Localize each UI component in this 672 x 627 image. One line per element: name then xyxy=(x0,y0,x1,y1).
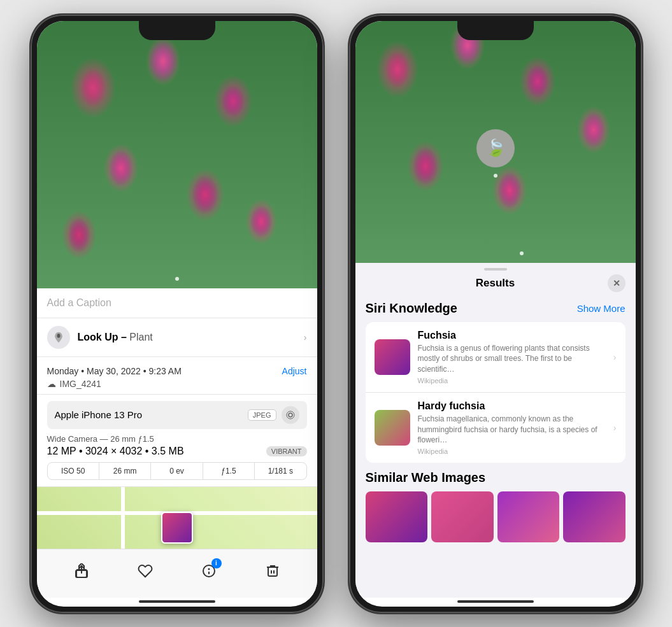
fuchsia-info: Fuchsia Fuchsia is a genus of flowering … xyxy=(418,330,606,384)
exif-focal: 26 mm xyxy=(99,463,151,479)
siri-dot xyxy=(494,174,497,178)
camera-area: Apple iPhone 13 Pro JPEG Wide Camera — 2… xyxy=(37,395,317,487)
lookup-row[interactable]: Look Up – Plant › xyxy=(37,318,317,357)
results-panel: Results ✕ Siri Knowledge Show More xyxy=(355,263,636,598)
siri-knowledge-title: Siri Knowledge xyxy=(366,301,457,316)
cloud-icon: ☁ xyxy=(47,379,56,389)
similar-title: Similar Web Images xyxy=(366,470,486,485)
siri-leaf-icon: 🍃 xyxy=(485,138,506,158)
info-button[interactable]: i xyxy=(195,557,223,585)
svg-point-0 xyxy=(57,334,59,337)
camera-badges: JPEG xyxy=(248,406,299,424)
camera-detail: Wide Camera — 26 mm ƒ1.5 xyxy=(47,434,307,444)
svg-point-1 xyxy=(289,413,292,417)
r-notch xyxy=(457,21,534,40)
camera-header: Apple iPhone 13 Pro JPEG xyxy=(47,401,307,429)
similar-img-2[interactable] xyxy=(431,491,494,542)
close-button[interactable]: ✕ xyxy=(608,274,626,292)
exif-iso: ISO 50 xyxy=(48,463,99,479)
jpeg-badge: JPEG xyxy=(248,409,276,421)
left-phone: Add a Caption Look Up – Plant › xyxy=(31,15,324,613)
hardy-fuchsia-info: Hardy fuchsia Fuchsia magellanica, commo… xyxy=(418,400,606,455)
siri-knowledge-header: Siri Knowledge Show More xyxy=(366,301,626,316)
photo-right[interactable]: 🍃 xyxy=(355,21,636,263)
photo-indicator xyxy=(175,277,179,281)
fuchsia-chevron-icon: › xyxy=(613,352,617,362)
exif-aperture: ƒ1.5 xyxy=(203,463,255,479)
home-bar xyxy=(139,600,215,603)
show-more-button[interactable]: Show More xyxy=(577,303,626,314)
notch xyxy=(139,21,215,40)
right-screen: 🍃 Results ✕ Siri Knowledge xyxy=(355,21,636,607)
similar-images-row xyxy=(366,491,626,542)
similar-img-4[interactable] xyxy=(563,491,626,542)
r-home-bar xyxy=(457,600,534,603)
hardy-fuchsia-source: Wikipedia xyxy=(418,447,606,455)
left-screen: Add a Caption Look Up – Plant › xyxy=(37,21,317,607)
vibrant-badge: VIBRANT xyxy=(266,446,307,456)
exif-row: ISO 50 26 mm 0 ev ƒ1.5 1/181 s xyxy=(47,462,307,480)
lookup-icon xyxy=(47,326,70,349)
siri-visual-button[interactable]: 🍃 xyxy=(476,129,515,167)
fuchsia-item[interactable]: Fuchsia Fuchsia is a genus of flowering … xyxy=(366,322,626,393)
knowledge-card: Fuchsia Fuchsia is a genus of flowering … xyxy=(366,322,626,463)
similar-img-3[interactable] xyxy=(497,491,560,542)
camera-model: Apple iPhone 13 Pro xyxy=(55,409,143,420)
map-road-v xyxy=(121,487,125,549)
lookup-text: Look Up – Plant xyxy=(78,332,153,343)
meta-filename: ☁ IMG_4241 xyxy=(47,379,307,389)
similar-header: Similar Web Images xyxy=(366,470,626,485)
fuchsia-source: Wikipedia xyxy=(418,377,606,384)
hardy-fuchsia-chevron-icon: › xyxy=(613,423,617,433)
fuchsia-name: Fuchsia xyxy=(418,330,606,341)
info-badge: i xyxy=(211,558,222,568)
lookup-chevron-icon: › xyxy=(304,332,307,342)
camera-specs: 12 MP • 3024 × 4032 • 3.5 MB VIBRANT xyxy=(47,446,307,457)
delete-button[interactable] xyxy=(259,557,287,585)
svg-point-2 xyxy=(287,411,294,419)
photo-left[interactable] xyxy=(37,21,317,288)
r-photo-indicator xyxy=(520,251,524,255)
results-title: Results xyxy=(476,277,515,290)
hardy-fuchsia-thumbnail xyxy=(375,410,410,446)
share-button[interactable] xyxy=(68,557,96,585)
map-thumbnail xyxy=(161,512,193,544)
meta-date: Monday • May 30, 2022 • 9:23 AM xyxy=(47,366,182,376)
similar-section: Similar Web Images xyxy=(366,470,626,542)
exif-ev: 0 ev xyxy=(151,463,203,479)
meta-area: Monday • May 30, 2022 • 9:23 AM Adjust ☁… xyxy=(37,357,317,395)
svg-rect-10 xyxy=(268,567,277,576)
results-content[interactable]: Siri Knowledge Show More Fuchsia Fuchsia… xyxy=(355,295,636,598)
hardy-fuchsia-name: Hardy fuchsia xyxy=(418,400,606,412)
adjust-button[interactable]: Adjust xyxy=(282,366,307,376)
bottom-toolbar: i xyxy=(37,549,317,598)
right-phone: 🍃 Results ✕ Siri Knowledge xyxy=(349,15,642,613)
exif-shutter: 1/181 s xyxy=(255,463,306,479)
map-area[interactable] xyxy=(37,487,317,549)
favorite-button[interactable] xyxy=(131,557,159,585)
results-header: Results ✕ xyxy=(355,271,636,295)
fuchsia-description: Fuchsia is a genus of flowering plants t… xyxy=(418,343,606,375)
caption-area[interactable]: Add a Caption xyxy=(37,288,317,318)
camera-settings-icon[interactable] xyxy=(282,406,299,424)
caption-placeholder[interactable]: Add a Caption xyxy=(47,297,111,308)
hardy-fuchsia-item[interactable]: Hardy fuchsia Fuchsia magellanica, commo… xyxy=(366,393,626,463)
hardy-fuchsia-description: Fuchsia magellanica, commonly known as t… xyxy=(418,414,606,446)
fuchsia-thumbnail xyxy=(375,339,410,375)
similar-img-1[interactable] xyxy=(366,491,428,542)
